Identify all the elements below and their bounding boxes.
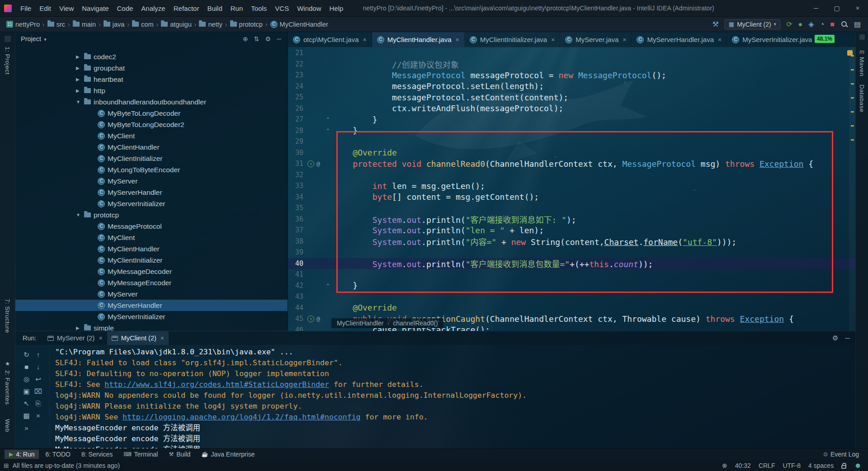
code-line-22[interactable]: 22 //创建协议包对象 <box>288 59 855 70</box>
highlight-level-icon[interactable] <box>847 50 853 56</box>
menu-vcs[interactable]: VCS <box>271 5 293 12</box>
close-icon[interactable]: × <box>363 36 367 43</box>
code-line-40[interactable]: 40 System.out.println("客户端接收到消息包数量="+(++… <box>288 258 855 269</box>
tool-button-java-enterprise[interactable]: ☕Java Enterprise <box>197 450 259 459</box>
tab-myserverinitializer-java[interactable]: CMyServerInitializer.java× <box>727 32 825 47</box>
expand-collapse-icon[interactable]: ⇅ <box>254 35 259 42</box>
close-icon[interactable]: × <box>455 36 459 43</box>
line-number[interactable]: 43 <box>288 292 303 301</box>
print-icon[interactable]: ⎘ <box>33 397 44 410</box>
tree-item-myclient[interactable]: CMyClient <box>15 130 288 141</box>
tree-item-mybytetolongdecoder2[interactable]: CMyByteToLongDecoder2 <box>15 119 288 130</box>
line-separator[interactable]: CRLF <box>759 462 775 469</box>
menu-refactor[interactable]: Refactor <box>170 5 203 12</box>
console-output[interactable]: "C:\Program Files\Java\jdk1.8.0_231\bin\… <box>50 345 855 448</box>
menu-window[interactable]: Window <box>293 5 325 12</box>
tool-button-database[interactable]: Database <box>859 85 865 113</box>
console-link[interactable]: http://logging.apache.org/log4j/1.2/faq.… <box>123 413 361 421</box>
tree-item-mymessageencoder[interactable]: CMyMessageEncoder <box>15 277 288 288</box>
console-link[interactable]: http://www.slf4j.org/codes.html#StaticLo… <box>104 380 329 389</box>
menu-help[interactable]: Help <box>326 5 348 12</box>
line-number[interactable]: 46 <box>288 326 303 331</box>
line-number[interactable]: 44 <box>288 304 303 312</box>
code-line-37[interactable]: 37 System.out.println("len = " + len); <box>288 225 855 236</box>
editor-scrollbar[interactable] <box>849 47 855 331</box>
line-number[interactable]: 26 <box>288 104 303 113</box>
restore-layout-icon[interactable]: ↖ <box>21 397 33 410</box>
fold-icon[interactable]: ⌃ <box>326 116 330 122</box>
tree-item-myclienthandler[interactable]: CMyClientHandler <box>15 141 288 153</box>
close-button[interactable]: × <box>847 0 868 16</box>
menu-code[interactable]: Code <box>113 5 137 12</box>
fold-icon[interactable]: ⌃ <box>326 127 330 134</box>
heap-dump-icon[interactable]: ▣ <box>21 385 33 397</box>
line-number[interactable]: 37 <box>288 226 303 234</box>
line-number[interactable]: 45 <box>288 315 303 323</box>
tab-myclienthandler-java[interactable]: CMyClientHandler.java× <box>372 32 465 47</box>
tree-item-codec2[interactable]: ▶codec2 <box>15 51 288 62</box>
close-icon[interactable]: × <box>551 36 555 43</box>
tree-item-mylongtobyteencoder[interactable]: CMyLongToByteEncoder <box>15 164 288 175</box>
line-number[interactable]: 29 <box>288 137 303 146</box>
code-line-33[interactable]: 33 int len = msg.getLen(); <box>288 180 855 192</box>
run-config-selector[interactable]: ▦MyClient (2)▾ <box>725 19 780 29</box>
breadcrumb-item-src[interactable]: src <box>46 20 67 29</box>
menu-tools[interactable]: Tools <box>247 5 271 12</box>
line-number[interactable]: 33 <box>288 182 303 190</box>
maximize-button[interactable]: ▢ <box>826 0 847 16</box>
override-icon[interactable]: ↑ <box>307 160 314 167</box>
tree-item-myserver[interactable]: CMyServer <box>15 288 288 300</box>
code-line-21[interactable]: 21 <box>288 47 855 59</box>
file-encoding[interactable]: UTF-8 <box>783 462 801 469</box>
tool-button-web[interactable]: Web <box>4 419 11 432</box>
tool-windows-icon[interactable]: ▤ <box>854 21 861 28</box>
tree-item-myserverinitializer[interactable]: CMyServerInitializer <box>15 311 288 322</box>
hide-icon[interactable]: ─ <box>845 334 850 342</box>
breadcrumb-item-com[interactable]: com <box>130 20 155 29</box>
breadcrumb-file[interactable]: MyClientHandler <box>337 320 383 327</box>
tree-item-mymessagedecoder[interactable]: CMyMessageDecoder <box>15 266 288 277</box>
tool-button-maven[interactable]: Maven <box>859 57 865 76</box>
code-line-26[interactable]: 26 ctx.writeAndFlush(messageProtocol); <box>288 103 855 114</box>
down-stack-icon[interactable]: ↓ <box>33 361 44 373</box>
code-line-25[interactable]: 25 messageProtocol.setContent(content); <box>288 92 855 103</box>
code-line-42[interactable]: 42⌃ } <box>288 280 855 292</box>
debug-icon[interactable]: ● <box>798 21 803 28</box>
tab-myserver-java[interactable]: CMyServer.java× <box>560 32 632 47</box>
tab-otcp-myclient-java[interactable]: Cotcp\MyClient.java× <box>288 32 372 47</box>
tab-myclientinitializer-java[interactable]: CMyClientInitializer.java× <box>465 32 561 47</box>
code-line-41[interactable]: 41 <box>288 269 855 280</box>
more-icon[interactable]: » <box>21 422 33 434</box>
project-panel-title[interactable]: Project <box>21 35 47 42</box>
tool-button-favorites[interactable]: 2: Favorites <box>4 370 11 405</box>
code-line-35[interactable]: 35 <box>288 203 855 214</box>
user-icon[interactable]: ☻ <box>854 462 862 470</box>
close-icon[interactable]: × <box>160 334 164 342</box>
tree-item-groupchat[interactable]: ▶groupchat <box>15 62 288 74</box>
tree-item-myserverinitializer[interactable]: CMyServerInitializer <box>15 198 288 209</box>
line-number[interactable]: 27 <box>288 115 303 123</box>
breadcrumb-item-nettypro[interactable]: nettyPro <box>5 20 42 29</box>
line-number[interactable]: 36 <box>288 215 303 223</box>
tool-button-build[interactable]: ⚒Build <box>164 450 195 459</box>
line-number[interactable]: 28 <box>288 127 303 135</box>
tree-item-myclient[interactable]: CMyClient <box>15 232 288 243</box>
tree-item-messageprotocol[interactable]: CMessageProtocol <box>15 221 288 232</box>
code-line-23[interactable]: 23 MessageProtocol messageProtocol = new… <box>288 70 855 81</box>
tool-button-terminal[interactable]: ⌨Terminal <box>119 450 162 459</box>
thread-dump-icon[interactable]: ◎ <box>21 373 33 385</box>
line-number[interactable]: 40 <box>288 259 303 268</box>
line-number[interactable]: 25 <box>288 93 303 101</box>
code-line-44[interactable]: 44 @Override <box>288 302 855 314</box>
settings-icon[interactable]: ⚙ <box>832 334 838 342</box>
indent-style[interactable]: 4 spaces <box>808 462 834 469</box>
minimize-button[interactable]: ─ <box>806 0 826 16</box>
line-number[interactable]: 34 <box>288 193 303 201</box>
tool-button-6-todo[interactable]: 6: TODO <box>41 450 75 459</box>
tree-item-mybytetolongdecoder[interactable]: CMyByteToLongDecoder <box>15 108 288 119</box>
line-number[interactable]: 39 <box>288 248 303 256</box>
soft-wrap-icon[interactable]: ↩ <box>33 373 44 385</box>
line-number[interactable]: 23 <box>288 71 303 79</box>
code-line-38[interactable]: 38 System.out.println("内容=" + new String… <box>288 236 855 247</box>
override-icon[interactable]: ↑ <box>307 316 314 322</box>
